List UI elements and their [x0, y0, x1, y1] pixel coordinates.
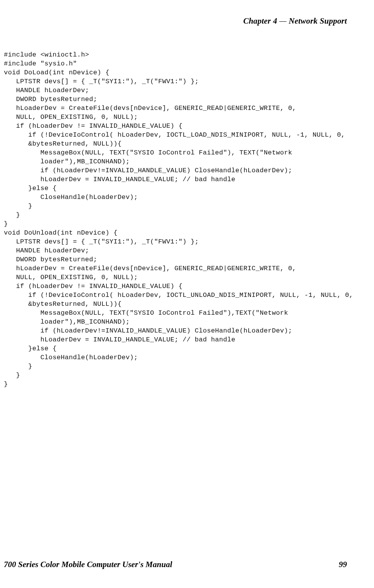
code-line: if (hLoaderDev!=INVALID_HANDLE_VALUE) Cl… — [4, 326, 359, 335]
code-line: HANDLE hLoaderDev; — [4, 86, 359, 95]
code-line: }else { — [4, 344, 359, 353]
code-line: } — [4, 202, 359, 211]
code-line: MessageBox(NULL, TEXT("SYSIO IoControl F… — [4, 309, 359, 317]
page: Chapter 4 — Network Support #include <wi… — [0, 0, 374, 588]
page-footer: 700 Series Color Mobile Computer User's … — [4, 560, 347, 569]
code-line: DWORD bytesReturned; — [4, 95, 359, 104]
code-line: hLoaderDev = CreateFile(devs[nDevice], G… — [4, 104, 359, 113]
code-line: } — [4, 211, 359, 219]
running-header: Chapter 4 — Network Support — [243, 16, 347, 26]
code-line: hLoaderDev = CreateFile(devs[nDevice], G… — [4, 264, 359, 273]
code-line: HANDLE hLoaderDev; — [4, 246, 359, 255]
code-line: #include "sysio.h" — [4, 59, 359, 68]
code-line: if (!DeviceIoControl( hLoaderDev, IOCTL_… — [4, 291, 359, 300]
code-line: if (hLoaderDev!=INVALID_HANDLE_VALUE) Cl… — [4, 166, 359, 175]
code-line: NULL, OPEN_EXISTING, 0, NULL); — [4, 273, 359, 282]
code-line: CloseHandle(hLoaderDev); — [4, 193, 359, 202]
code-line: hLoaderDev = INVALID_HANDLE_VALUE; // ba… — [4, 175, 359, 184]
code-line: loader"),MB_ICONHAND); — [4, 317, 359, 326]
code-line: NULL, OPEN_EXISTING, 0, NULL); — [4, 113, 359, 122]
code-line: if (hLoaderDev != INVALID_HANDLE_VALUE) … — [4, 122, 359, 130]
code-line: } — [4, 219, 359, 228]
code-line: MessageBox(NULL, TEXT("SYSIO IoControl F… — [4, 148, 359, 157]
code-line: CloseHandle(hLoaderDev); — [4, 353, 359, 362]
code-line: #include <winioctl.h> — [4, 50, 359, 59]
code-line: LPTSTR devs[] = { _T("SYI1:"), _T("FWV1:… — [4, 237, 359, 246]
header-dash: — — [279, 16, 287, 26]
code-line: if (hLoaderDev != INVALID_HANDLE_VALUE) … — [4, 282, 359, 291]
page-number: 99 — [339, 560, 347, 569]
code-line: } — [4, 362, 359, 371]
code-line: &bytesReturned, NULL)){ — [4, 300, 359, 309]
footer-title: 700 Series Color Mobile Computer User's … — [4, 560, 172, 569]
code-line: loader"),MB_ICONHAND); — [4, 157, 359, 166]
code-listing: #include <winioctl.h>#include "sysio.h"v… — [4, 50, 359, 389]
code-line: if (!DeviceIoControl( hLoaderDev, IOCTL_… — [4, 130, 359, 139]
section-title: Network Support — [289, 16, 347, 26]
code-line: &bytesReturned, NULL)){ — [4, 139, 359, 148]
code-line: } — [4, 371, 359, 380]
chapter-number: 4 — [273, 16, 277, 26]
code-line: LPTSTR devs[] = { _T("SYI1:"), _T("FWV1:… — [4, 77, 359, 86]
code-line: }else { — [4, 184, 359, 193]
code-line: DWORD bytesReturned; — [4, 255, 359, 264]
code-line: void DoUnload(int nDevice) { — [4, 228, 359, 237]
chapter-label: Chapter — [243, 16, 271, 26]
code-line: hLoaderDev = INVALID_HANDLE_VALUE; // ba… — [4, 335, 359, 344]
code-line: } — [4, 380, 359, 389]
code-line: void DoLoad(int nDevice) { — [4, 68, 359, 77]
